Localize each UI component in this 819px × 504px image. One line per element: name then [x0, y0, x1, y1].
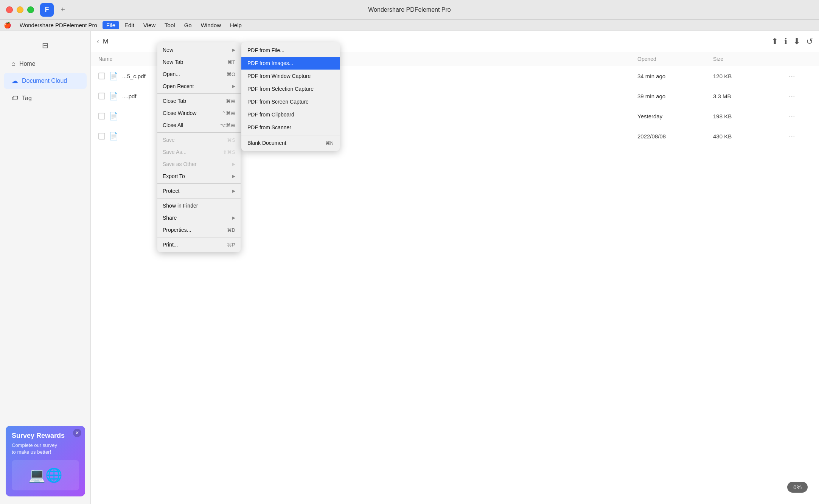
file-menu-export-to-label: Export To — [163, 173, 185, 179]
file-menu-new[interactable]: New ▶ — [157, 44, 241, 56]
new-blank-document-label: Blank Document — [247, 140, 286, 146]
file-menu-open-label: Open... — [163, 71, 180, 77]
save-shortcut: ⌘S — [227, 137, 235, 143]
file-menu-show-in-finder[interactable]: Show in Finder — [157, 200, 241, 212]
survey-close-button[interactable]: × — [73, 429, 81, 437]
file-checkbox[interactable] — [98, 93, 105, 99]
more-button[interactable]: ··· — [789, 132, 811, 141]
app-tab: F + — [40, 3, 68, 17]
new-tab-button[interactable]: + — [58, 5, 68, 15]
file-menu-print[interactable]: Print... ⌘P — [157, 239, 241, 251]
file-menu-open-recent-label: Open Recent — [163, 83, 194, 89]
file-menu-save-label: Save — [163, 137, 175, 143]
menu-item-window[interactable]: Window — [197, 21, 225, 29]
file-menu-properties-label: Properties... — [163, 227, 191, 233]
separator — [241, 135, 340, 135]
file-menu-close-all[interactable]: Close All ⌥⌘W — [157, 119, 241, 131]
new-pdf-from-file[interactable]: PDF from File... — [241, 44, 340, 57]
download-icon[interactable]: ⬇ — [793, 37, 800, 47]
submenu-arrow-icon: ▶ — [232, 174, 235, 179]
col-size-header: Size — [713, 56, 789, 62]
file-menu-close-window-label: Close Window — [163, 110, 196, 116]
submenu-arrow-icon: ▶ — [232, 215, 235, 220]
menu-item-edit[interactable]: Edit — [121, 21, 138, 29]
file-menu-protect-label: Protect — [163, 188, 179, 194]
sidebar-item-document-cloud[interactable]: ☁ Document Cloud — [4, 73, 87, 89]
file-menu-new-label: New — [163, 47, 173, 53]
file-menu-close-window[interactable]: Close Window ⌃⌘W — [157, 107, 241, 119]
file-size: 198 KB — [713, 113, 789, 119]
file-menu-share[interactable]: Share ▶ — [157, 212, 241, 224]
toolbar-right: ⬆ ℹ ⬇ ↺ — [771, 37, 813, 47]
sidebar-item-home[interactable]: ⌂ Home — [4, 56, 87, 71]
close-tab-shortcut: ⌘W — [226, 98, 235, 104]
file-menu-save-as-other-label: Save as Other — [163, 161, 197, 167]
file-menu-save-as[interactable]: Save As... ⇧⌘S — [157, 146, 241, 158]
more-button[interactable]: ··· — [789, 112, 811, 121]
close-all-shortcut: ⌥⌘W — [220, 123, 235, 128]
properties-shortcut: ⌘D — [227, 227, 235, 233]
file-dropdown-menu: New ▶ New Tab ⌘T Open... ⌘O Open Recent … — [157, 42, 241, 252]
menu-item-app[interactable]: Wondershare PDFelement Pro — [16, 21, 101, 29]
new-pdf-from-scanner[interactable]: PDF from Scanner — [241, 121, 340, 134]
back-button[interactable]: ‹ — [97, 37, 99, 45]
new-pdf-from-window-capture[interactable]: PDF from Window Capture — [241, 70, 340, 82]
new-pdf-from-selection-capture-label: PDF from Selection Capture — [247, 86, 314, 92]
minimize-button[interactable] — [17, 6, 23, 13]
file-checkbox[interactable] — [98, 73, 105, 79]
file-opened: 2022/08/08 — [637, 133, 713, 140]
more-button[interactable]: ··· — [789, 92, 811, 101]
menu-item-tool[interactable]: Tool — [161, 21, 179, 29]
blank-document-shortcut: ⌘N — [325, 140, 334, 146]
menu-item-file[interactable]: File — [103, 21, 119, 29]
menubar: 🍎 Wondershare PDFelement Pro File Edit V… — [0, 20, 819, 31]
file-menu-protect[interactable]: Protect ▶ — [157, 185, 241, 197]
file-checkbox[interactable] — [98, 133, 105, 140]
submenu-arrow-icon: ▶ — [232, 161, 235, 167]
file-menu-close-tab[interactable]: Close Tab ⌘W — [157, 95, 241, 107]
new-pdf-from-screen-capture[interactable]: PDF from Screen Capture — [241, 95, 340, 108]
new-submenu: PDF from File... PDF from Images... PDF … — [241, 42, 340, 151]
file-menu-save-as-other[interactable]: Save as Other ▶ — [157, 158, 241, 170]
cloud-icon: ☁ — [11, 77, 18, 85]
file-menu-open-recent[interactable]: Open Recent ▶ — [157, 80, 241, 92]
apple-menu-icon[interactable]: 🍎 — [4, 22, 11, 29]
new-pdf-from-window-capture-label: PDF from Window Capture — [247, 73, 311, 79]
survey-card: × Survey Rewards Complete our surveyto m… — [6, 426, 85, 496]
new-pdf-from-selection-capture[interactable]: PDF from Selection Capture — [241, 82, 340, 95]
tag-icon: 🏷 — [11, 94, 18, 102]
app-body: ⊟ ⌂ Home ☁ Document Cloud 🏷 Tag × Survey… — [0, 31, 819, 504]
more-button[interactable]: ··· — [789, 72, 811, 81]
close-button[interactable] — [6, 6, 13, 13]
file-menu-new-tab[interactable]: New Tab ⌘T — [157, 56, 241, 68]
content-title: M — [103, 38, 108, 45]
file-menu-open[interactable]: Open... ⌘O — [157, 68, 241, 80]
new-pdf-from-clipboard[interactable]: PDF from Clipboard — [241, 108, 340, 121]
new-tab-shortcut: ⌘T — [227, 59, 235, 65]
file-menu-close-all-label: Close All — [163, 122, 183, 128]
file-checkbox[interactable] — [98, 113, 105, 119]
sidebar-item-tag[interactable]: 🏷 Tag — [4, 90, 87, 106]
info-icon[interactable]: ℹ — [784, 37, 787, 47]
new-pdf-from-images[interactable]: PDF from Images... — [241, 57, 340, 70]
new-blank-document[interactable]: Blank Document ⌘N — [241, 136, 340, 149]
open-shortcut: ⌘O — [227, 71, 235, 77]
submenu-arrow-icon: ▶ — [232, 188, 235, 194]
home-icon: ⌂ — [11, 60, 16, 68]
share-icon[interactable]: ⬆ — [771, 37, 778, 47]
fullscreen-button[interactable] — [27, 6, 34, 13]
file-opened: Yesterday — [637, 113, 713, 119]
file-menu-properties[interactable]: Properties... ⌘D — [157, 224, 241, 236]
menu-item-go[interactable]: Go — [180, 21, 196, 29]
sidebar-toggle-button[interactable]: ⊟ — [37, 37, 54, 54]
submenu-arrow-icon: ▶ — [232, 84, 235, 89]
survey-subtitle: Complete our surveyto make us better! — [12, 442, 79, 456]
file-menu-save[interactable]: Save ⌘S — [157, 134, 241, 146]
app-title: Wondershare PDFelement Pro — [368, 6, 451, 13]
menu-item-help[interactable]: Help — [226, 21, 246, 29]
file-name: ...5_c.pdf — [122, 73, 146, 79]
file-menu-export-to[interactable]: Export To ▶ — [157, 170, 241, 182]
file-size: 120 KB — [713, 73, 789, 79]
menu-item-view[interactable]: View — [140, 21, 159, 29]
refresh-icon[interactable]: ↺ — [806, 37, 813, 47]
